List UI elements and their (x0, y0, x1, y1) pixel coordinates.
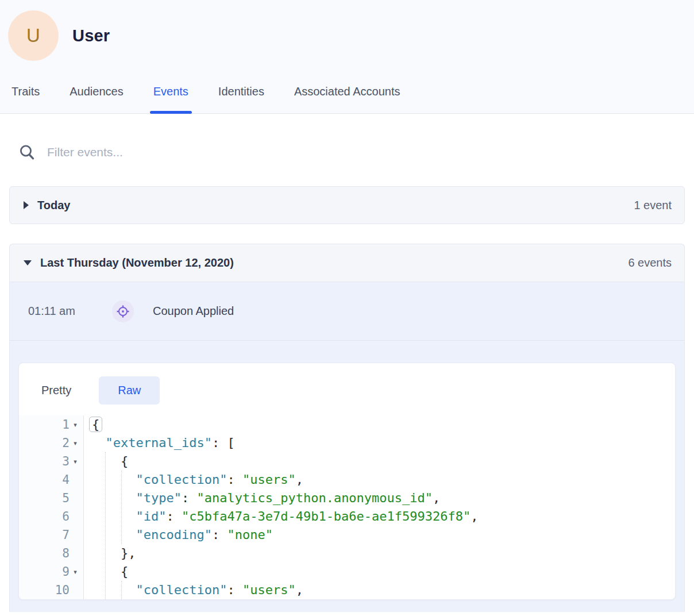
code-text: }, (84, 544, 136, 563)
code-line: 8 }, (19, 544, 675, 563)
line-gutter: 9▾ (19, 563, 84, 581)
code-line: 10 "collection": "users", (19, 581, 675, 599)
event-name: Coupon Applied (153, 305, 234, 318)
indent-guide (121, 581, 122, 599)
tab-bar: TraitsAudiencesEventsIdentitiesAssociate… (0, 77, 694, 114)
line-gutter: 4 (19, 471, 84, 489)
line-gutter: 5 (19, 489, 84, 507)
line-number: 7 (62, 526, 70, 544)
avatar: U (8, 10, 59, 61)
code-text: "external_ids": [ (84, 434, 235, 452)
code-line: 4 "collection": "users", (19, 471, 675, 489)
code-text: "collection": "users", (84, 581, 303, 599)
code-line: 7 "encoding": "none" (19, 526, 675, 544)
pretty-view-button[interactable]: Pretty (41, 384, 71, 397)
event-group-today: Today 1 event (9, 186, 685, 224)
code-line: 2▾ "external_ids": [ (19, 434, 675, 452)
code-line: 6 "id": "c5bfa47a-3e7d-49b1-ba6e-ae1f599… (19, 507, 675, 526)
event-row-coupon-applied[interactable]: 01:11 am Coupon Applied (10, 282, 684, 341)
line-number: 2 (62, 434, 70, 452)
profile-header: U User TraitsAudiencesEventsIdentitiesAs… (0, 0, 694, 114)
line-gutter: 10 (19, 581, 84, 599)
json-code-editor[interactable]: 1▾{2▾ "external_ids": [3▾ {4 "collection… (19, 415, 675, 599)
code-text: "collection": "users", (84, 471, 303, 489)
code-text: "encoding": "none" (84, 526, 273, 544)
line-number: 6 (62, 507, 70, 526)
line-number: 5 (62, 489, 70, 507)
group-title: Today (37, 199, 70, 212)
code-text: { (84, 452, 128, 471)
code-line: 3▾ { (19, 452, 675, 471)
line-gutter: 7 (19, 526, 84, 544)
search-input[interactable] (47, 145, 564, 159)
group-event-count: 6 events (628, 256, 672, 270)
tab-identities[interactable]: Identities (218, 77, 264, 113)
tab-associated-accounts[interactable]: Associated Accounts (294, 77, 400, 113)
code-line: 5 "type": "analytics_python.anonymous_id… (19, 489, 675, 507)
tab-events[interactable]: Events (153, 77, 188, 113)
page-title: User (72, 26, 110, 45)
indent-guide (105, 452, 106, 599)
payload-viewer-card: Pretty Raw 1▾{2▾ "external_ids": [3▾ {4 … (18, 363, 676, 600)
user-row: U User (8, 10, 694, 61)
avatar-letter: U (26, 25, 40, 47)
line-number: 10 (55, 581, 70, 599)
line-number: 3 (62, 452, 70, 471)
filter-events-bar (0, 114, 694, 161)
chevron-right-icon (24, 201, 29, 209)
event-group-last-thursday: Last Thursday (November 12, 2020) 6 even… (9, 244, 685, 612)
line-gutter: 3▾ (19, 452, 84, 471)
code-text: { (84, 563, 128, 581)
line-number: 9 (62, 563, 70, 581)
group-title: Last Thursday (November 12, 2020) (40, 256, 234, 270)
code-line: 1▾{ (19, 415, 675, 434)
code-text: { (84, 415, 102, 434)
line-gutter: 6 (19, 507, 84, 526)
event-badge (112, 301, 134, 322)
line-gutter: 8 (19, 544, 84, 563)
tab-audiences[interactable]: Audiences (70, 77, 123, 113)
event-detail-panel: Pretty Raw 1▾{2▾ "external_ids": [3▾ {4 … (10, 341, 684, 612)
code-text: "type": "analytics_python.anonymous_id", (84, 489, 440, 507)
group-header-last-thursday[interactable]: Last Thursday (November 12, 2020) 6 even… (10, 244, 684, 282)
fold-toggle-icon[interactable]: ▾ (70, 563, 81, 581)
line-gutter: 2▾ (19, 434, 84, 452)
tab-traits[interactable]: Traits (11, 77, 40, 113)
fold-toggle-icon[interactable]: ▾ (70, 452, 81, 471)
fold-toggle-icon[interactable]: ▾ (70, 434, 81, 452)
line-number: 4 (62, 471, 70, 489)
line-number: 1 (62, 415, 70, 434)
view-toggle: Pretty Raw (19, 363, 675, 405)
line-gutter: 1▾ (19, 415, 84, 434)
chevron-down-icon (24, 260, 32, 265)
group-header-today[interactable]: Today 1 event (10, 187, 684, 224)
search-icon (18, 144, 36, 161)
raw-view-button[interactable]: Raw (99, 376, 160, 405)
event-time: 01:11 am (28, 305, 99, 318)
group-event-count: 1 event (634, 199, 672, 212)
line-number: 8 (62, 544, 70, 563)
fold-toggle-icon[interactable]: ▾ (70, 415, 81, 434)
code-text: "id": "c5bfa47a-3e7d-49b1-ba6e-ae1f59932… (84, 507, 479, 526)
code-line: 9▾ { (19, 563, 675, 581)
indent-guide (121, 471, 122, 544)
crosshair-target-icon (116, 305, 130, 318)
